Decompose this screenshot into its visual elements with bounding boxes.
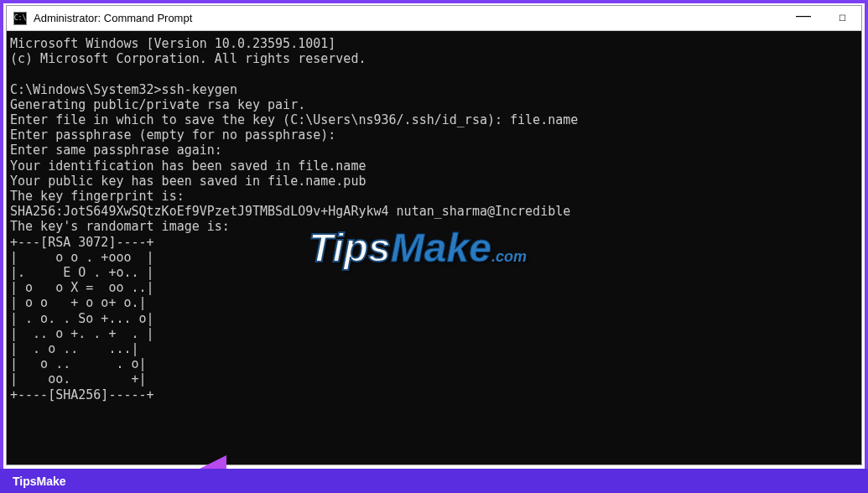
terminal-output[interactable]: Microsoft Windows [Version 10.0.23595.10… — [7, 31, 861, 464]
terminal-line: | o o + o o+ o.| — [10, 295, 147, 310]
footer-bar: TipsMake — [0, 469, 868, 493]
maximize-button[interactable]: ☐ — [823, 6, 861, 30]
terminal-line: +----[SHA256]-----+ — [10, 387, 154, 402]
terminal-line: Generating public/private rsa key pair. — [10, 97, 305, 112]
window-titlebar[interactable]: C:\ Administrator: Command Prompt — ☐ — [7, 6, 861, 31]
terminal-line: | o o . +ooo | — [10, 250, 154, 265]
terminal-line: Your public key has been saved in file.n… — [10, 174, 366, 189]
terminal-line: Enter file in which to save the key (C:\… — [10, 112, 578, 127]
window-controls: — ☐ — [784, 6, 861, 30]
terminal-line: Your identification has been saved in fi… — [10, 158, 366, 174]
terminal-line: | .. o +. . + . | — [10, 326, 154, 341]
command-prompt-window: C:\ Administrator: Command Prompt — ☐ Mi… — [6, 5, 862, 465]
terminal-line: Enter passphrase (empty for no passphras… — [10, 127, 335, 143]
terminal-line: The key fingerprint is: — [10, 189, 185, 204]
minimize-button[interactable]: — — [784, 6, 823, 30]
terminal-line: C:\Windows\System32>ssh-keygen — [10, 82, 237, 97]
footer-label: TipsMake — [13, 475, 66, 488]
terminal-line: (c) Microsoft Corporation. All rights re… — [10, 51, 366, 66]
terminal-line: Enter same passphrase again: — [10, 143, 222, 158]
terminal-line: The key's randomart image is: — [10, 219, 230, 234]
terminal-line: | oo. +| — [10, 371, 147, 387]
terminal-line: |. E O . +o.. | — [10, 265, 154, 280]
terminal-line: | . o. . So +... o| — [10, 311, 154, 326]
window-title: Administrator: Command Prompt — [34, 12, 784, 24]
terminal-line: Microsoft Windows [Version 10.0.23595.10… — [10, 36, 335, 51]
terminal-line: | o .. . o| — [10, 356, 147, 371]
terminal-line: | . o .. ...| — [10, 341, 139, 356]
cmd-icon: C:\ — [13, 12, 27, 25]
terminal-line: +---[RSA 3072]----+ — [10, 235, 154, 250]
terminal-line: SHA256:JotS649XwSQtzKoEf9VPzetJ9TMBSdLO9… — [10, 204, 570, 219]
terminal-line: | o o X = oo ..| — [10, 280, 154, 295]
